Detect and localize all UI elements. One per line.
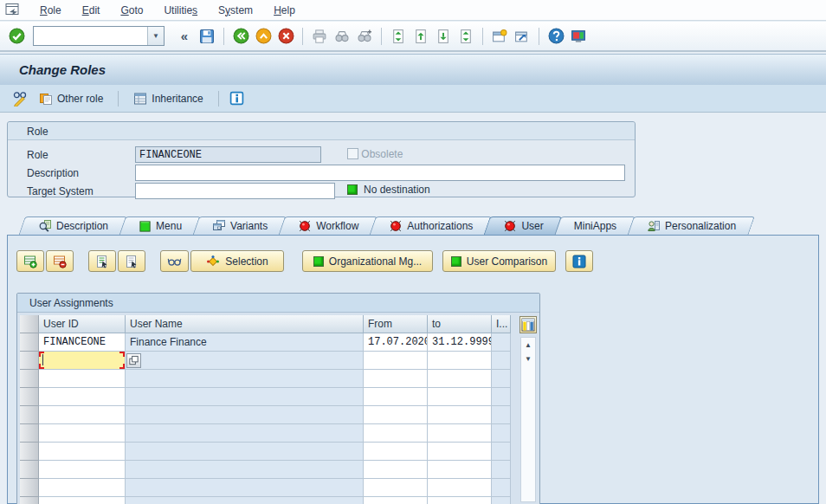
cell-to[interactable] bbox=[428, 461, 492, 479]
obsolete-checkbox[interactable] bbox=[347, 148, 358, 159]
tab-workflow[interactable]: Workflow bbox=[287, 216, 374, 236]
collapse-toolbar-button[interactable]: « bbox=[173, 25, 196, 48]
cell-to[interactable] bbox=[428, 424, 492, 443]
row-selector[interactable] bbox=[20, 333, 39, 352]
last-page-button[interactable] bbox=[455, 25, 477, 48]
row-selector[interactable] bbox=[20, 370, 39, 388]
info-button[interactable] bbox=[565, 250, 593, 272]
cell-from[interactable] bbox=[364, 388, 428, 406]
row-selector[interactable] bbox=[20, 443, 39, 461]
menu-item-goto[interactable]: Goto bbox=[110, 1, 153, 20]
column-header-from[interactable]: From bbox=[364, 315, 428, 333]
delete-row-button[interactable] bbox=[46, 250, 74, 272]
role-field[interactable]: FINANCEONE bbox=[135, 146, 321, 163]
cell-from[interactable] bbox=[364, 443, 428, 461]
cell-user-id[interactable] bbox=[39, 443, 126, 461]
cell-user-id[interactable] bbox=[39, 406, 126, 424]
cell-from[interactable] bbox=[364, 479, 428, 497]
cell-to[interactable] bbox=[428, 352, 492, 370]
select-all-header[interactable] bbox=[20, 315, 39, 333]
find-next-button[interactable] bbox=[353, 25, 376, 48]
info-button[interactable] bbox=[226, 87, 248, 110]
row-selector[interactable] bbox=[20, 424, 39, 443]
cell-user-id[interactable] bbox=[39, 370, 126, 388]
row-selector[interactable] bbox=[20, 497, 39, 504]
command-field-input[interactable] bbox=[34, 28, 147, 44]
inheritance-button[interactable]: Inheritance bbox=[126, 89, 210, 108]
new-session-button[interactable] bbox=[488, 25, 511, 48]
menu-item-role[interactable]: Role bbox=[29, 1, 72, 20]
cancel-button[interactable] bbox=[274, 25, 297, 48]
previous-page-button[interactable] bbox=[410, 25, 432, 48]
next-page-button[interactable] bbox=[432, 25, 455, 48]
cell-from[interactable] bbox=[364, 424, 428, 443]
scroll-up-button[interactable]: ▲ bbox=[521, 338, 535, 352]
tab-miniapps[interactable]: MiniApps bbox=[564, 216, 632, 236]
save-button[interactable] bbox=[196, 25, 218, 48]
other-role-button[interactable]: Other role bbox=[31, 89, 111, 108]
row-selector[interactable] bbox=[20, 479, 39, 497]
command-field[interactable]: ▼ bbox=[33, 26, 165, 46]
cell-user-id[interactable] bbox=[39, 352, 126, 370]
tab-authorizations[interactable]: Authorizations bbox=[378, 216, 488, 236]
table-vertical-scrollbar[interactable]: ▲ ▼ bbox=[520, 337, 536, 502]
cell-user-id[interactable] bbox=[39, 424, 126, 443]
cell-to[interactable] bbox=[428, 388, 492, 406]
deselect-all-button[interactable] bbox=[118, 250, 145, 272]
system-window-icon[interactable] bbox=[5, 3, 23, 16]
help-button[interactable] bbox=[545, 25, 567, 48]
display-users-button[interactable] bbox=[160, 250, 189, 272]
cell-from[interactable] bbox=[364, 461, 428, 479]
display-change-button[interactable] bbox=[9, 87, 31, 110]
description-field[interactable] bbox=[135, 165, 625, 181]
find-button[interactable] bbox=[331, 25, 353, 48]
row-selector[interactable] bbox=[20, 461, 39, 479]
exit-button[interactable] bbox=[252, 25, 274, 48]
cell-from[interactable] bbox=[364, 370, 428, 388]
insert-row-button[interactable] bbox=[16, 250, 44, 272]
column-header-user-id[interactable]: User ID bbox=[39, 315, 126, 333]
organizational-management-button[interactable]: Organizational Mg... bbox=[302, 250, 433, 272]
tab-personalization[interactable]: Personalization bbox=[636, 216, 752, 236]
cell-to[interactable] bbox=[428, 406, 492, 424]
select-all-button[interactable] bbox=[88, 250, 116, 272]
command-field-dropdown-button[interactable]: ▼ bbox=[147, 27, 164, 45]
cell-from[interactable] bbox=[364, 352, 428, 370]
cell-from[interactable] bbox=[364, 406, 428, 424]
row-selector[interactable] bbox=[20, 406, 39, 424]
cell-from[interactable] bbox=[364, 497, 428, 504]
cell-to[interactable] bbox=[428, 370, 492, 388]
multiple-selection-button[interactable] bbox=[126, 353, 141, 368]
cell-user-id[interactable]: FINANCEONE bbox=[39, 333, 126, 352]
row-selector[interactable] bbox=[20, 352, 39, 370]
selection-button[interactable]: Selection bbox=[190, 250, 284, 272]
tab-variants[interactable]: Variants bbox=[202, 216, 283, 236]
tab-menu[interactable]: Menu bbox=[128, 216, 197, 236]
column-header-to[interactable]: to bbox=[428, 315, 492, 333]
print-button[interactable] bbox=[308, 25, 331, 48]
cell-user-id[interactable] bbox=[39, 388, 126, 406]
cell-to[interactable] bbox=[428, 497, 492, 504]
cell-user-id[interactable] bbox=[39, 497, 126, 504]
target-system-field[interactable] bbox=[135, 183, 335, 199]
back-button[interactable] bbox=[229, 25, 252, 48]
create-shortcut-button[interactable] bbox=[511, 25, 533, 48]
tab-description[interactable]: Description bbox=[28, 216, 124, 236]
menu-item-edit[interactable]: Edit bbox=[72, 1, 111, 20]
scroll-down-button[interactable]: ▼ bbox=[521, 352, 535, 365]
first-page-button[interactable] bbox=[387, 25, 410, 48]
column-header-info[interactable]: I... bbox=[492, 315, 511, 333]
cell-to[interactable] bbox=[428, 443, 492, 461]
row-selector[interactable] bbox=[20, 388, 39, 406]
menu-item-system[interactable]: System bbox=[208, 1, 263, 20]
customize-layout-button[interactable] bbox=[567, 25, 590, 48]
table-configuration-button[interactable] bbox=[519, 316, 537, 333]
cell-to[interactable] bbox=[428, 479, 492, 497]
menu-item-utilities[interactable]: Utilities bbox=[153, 1, 208, 20]
menu-item-help[interactable]: Help bbox=[263, 1, 306, 20]
cell-to[interactable]: 31.12.9999 bbox=[428, 333, 492, 352]
cell-user-id[interactable] bbox=[39, 461, 126, 479]
cell-from[interactable]: 17.07.2020 bbox=[364, 333, 428, 352]
user-comparison-button[interactable]: User Comparison bbox=[442, 250, 556, 272]
cell-user-id[interactable] bbox=[39, 479, 126, 497]
